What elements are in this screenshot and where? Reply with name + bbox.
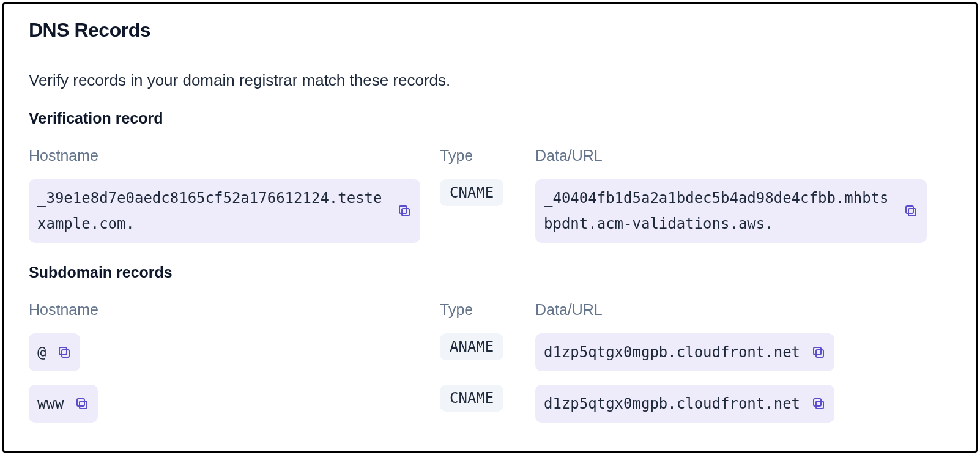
verification-header-row: Hostname Type Data/URL — [29, 147, 951, 179]
col-header-hostname: Hostname — [29, 301, 440, 319]
col-header-hostname: Hostname — [29, 147, 440, 165]
hostname-chip: www — [29, 385, 98, 423]
data-value: d1zp5qtgx0mgpb.cloudfront.net — [544, 339, 800, 365]
svg-rect-6 — [816, 350, 823, 357]
svg-rect-9 — [77, 399, 84, 406]
hostname-chip: @ — [29, 333, 80, 371]
svg-rect-7 — [814, 347, 821, 355]
data-value: d1zp5qtgx0mgpb.cloudfront.net — [544, 391, 800, 416]
dns-records-panel: DNS Records Verify records in your domai… — [2, 2, 978, 453]
col-header-data: Data/URL — [535, 301, 951, 319]
svg-rect-2 — [908, 209, 916, 216]
description-text: Verify records in your domain registrar … — [29, 71, 951, 90]
col-header-type: Type — [440, 301, 535, 319]
col-header-type: Type — [440, 147, 535, 165]
svg-rect-8 — [80, 401, 87, 409]
copy-icon[interactable] — [904, 204, 918, 218]
hostname-chip: _39e1e8d7e0aedc8165cf52a176612124.testex… — [29, 179, 420, 243]
svg-rect-10 — [816, 401, 823, 409]
verification-heading: Verification record — [29, 109, 951, 127]
svg-rect-11 — [814, 399, 821, 406]
data-chip: _40404fb1d5a2a1bdec5b4ad98de4cfbb.mhbtsb… — [535, 179, 927, 243]
svg-rect-4 — [62, 350, 69, 357]
copy-icon[interactable] — [75, 396, 89, 411]
copy-icon[interactable] — [811, 345, 826, 360]
subdomain-rows: @ ANAME d1zp5qtgx0mgpb.cloudfront.net — [29, 333, 951, 423]
type-chip: CNAME — [440, 385, 503, 412]
hostname-value: @ — [37, 339, 46, 365]
subdomain-header-row: Hostname Type Data/URL — [29, 301, 951, 333]
svg-rect-3 — [906, 206, 913, 213]
subdomain-row: www CNAME d1zp5qtgx0mgpb.cloudfront.net — [29, 385, 951, 423]
hostname-value: www — [37, 391, 64, 416]
copy-icon[interactable] — [57, 345, 72, 360]
type-chip: CNAME — [440, 179, 503, 206]
svg-rect-0 — [402, 209, 409, 216]
data-chip: d1zp5qtgx0mgpb.cloudfront.net — [535, 333, 834, 371]
data-chip: d1zp5qtgx0mgpb.cloudfront.net — [535, 385, 834, 423]
svg-rect-5 — [59, 347, 67, 355]
verification-row: _39e1e8d7e0aedc8165cf52a176612124.testex… — [29, 179, 951, 243]
copy-icon[interactable] — [811, 396, 826, 411]
col-header-data: Data/URL — [535, 147, 951, 165]
hostname-value: _39e1e8d7e0aedc8165cf52a176612124.testex… — [37, 185, 386, 237]
data-value: _40404fb1d5a2a1bdec5b4ad98de4cfbb.mhbtsb… — [544, 185, 893, 237]
type-chip: ANAME — [440, 333, 503, 360]
page-title: DNS Records — [29, 19, 951, 42]
copy-icon[interactable] — [397, 204, 412, 218]
subdomain-heading: Subdomain records — [29, 264, 951, 281]
svg-rect-1 — [399, 206, 407, 213]
subdomain-row: @ ANAME d1zp5qtgx0mgpb.cloudfront.net — [29, 333, 951, 371]
